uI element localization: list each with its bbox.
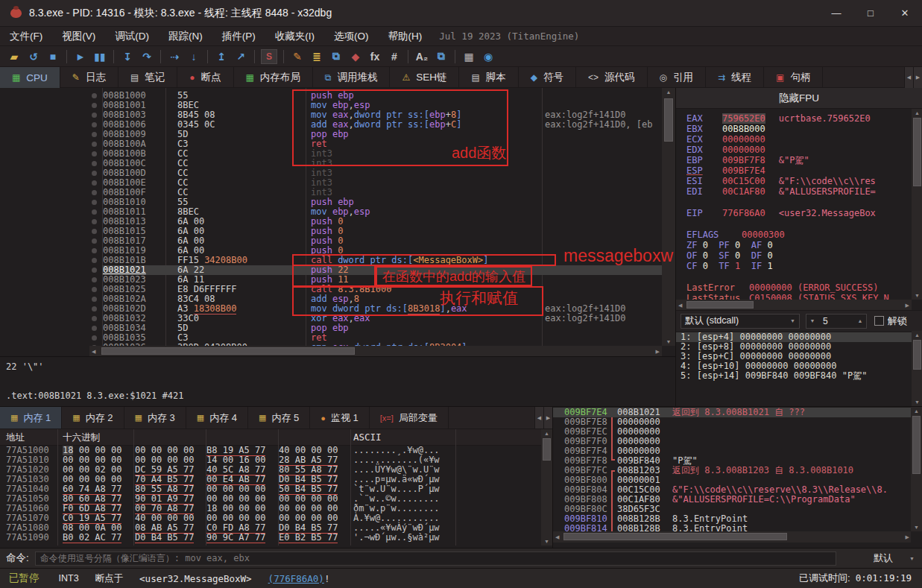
command-profile-select[interactable]: 默认 ▼	[874, 551, 922, 565]
register-value[interactable]: C0150008 (STATUS_SXS_KEY_N	[749, 293, 889, 300]
register-row[interactable]: OF 0 SF 0 DF 0	[686, 250, 912, 261]
menu-item[interactable]: 调试(D)	[105, 31, 159, 42]
calculator-icon[interactable]: ▦	[459, 48, 479, 66]
tab-scroll-right-icon[interactable]: ▶	[913, 67, 922, 88]
register-row[interactable]: LastError00000000 (ERROR_SUCCESS)	[686, 282, 912, 293]
menu-item[interactable]: 帮助(H)	[379, 31, 432, 42]
tab-日志[interactable]: ✎日志	[60, 67, 119, 88]
tab-内存布局[interactable]: ▦内存布局	[234, 67, 313, 88]
stack-vscrollbar[interactable]: ▲ ▼	[911, 407, 922, 531]
tab-CPU[interactable]: ▦CPU	[0, 67, 60, 88]
register-row[interactable]: LastStatusC0150008 (STATUS_SXS_KEY_N	[686, 293, 912, 300]
register-value[interactable]: 00000300	[742, 230, 785, 240]
register-row[interactable]: ESI00C15C00&"F:\\code\\c\\res	[686, 176, 912, 186]
register-value[interactable]: 009BF7F8	[722, 155, 765, 165]
status-address-link[interactable]: (776F86A0)	[268, 573, 324, 584]
tab-内存 1[interactable]: ▦内存 1	[0, 407, 62, 429]
close-button[interactable]: ✕	[888, 0, 922, 27]
breakpoint-dot[interactable]	[92, 180, 97, 186]
open-file-icon[interactable]: ▰	[4, 48, 24, 66]
breakpoint-dot[interactable]	[92, 142, 97, 147]
execute-till-return-icon[interactable]: ↥	[212, 48, 231, 66]
disasm-row[interactable]: 008B10095Dpop ebp	[0, 130, 662, 139]
tab-scroll-left-icon[interactable]: ◀	[904, 67, 913, 88]
strings-icon[interactable]: A₂	[412, 48, 432, 66]
breakpoint-dot[interactable]	[92, 190, 97, 195]
argument-row[interactable]: 5: [esp+14] 009BF840 009BF840 "P駕"	[676, 371, 912, 381]
tab-内存 3[interactable]: ▦内存 3	[124, 407, 186, 429]
calling-convention-select[interactable]: 默认 (stdcall) ▼	[681, 314, 800, 329]
memory-row[interactable]: 77A51090B0 02 AC 77D0 B4 B5 7790 9C A7 7…	[0, 533, 541, 543]
stack-hscrollbar[interactable]: ◀ ▶	[553, 531, 911, 543]
register-value[interactable]: 776F86A0	[722, 208, 765, 218]
breakpoint-dot[interactable]	[92, 306, 97, 312]
tab-引用[interactable]: ◎引用	[648, 67, 706, 88]
registers-vscrollbar[interactable]: ▲ ▼	[912, 109, 922, 300]
register-row[interactable]: ZF 0 PF 0 AF 0	[686, 240, 912, 250]
register-row[interactable]: EDI00C1AF80&"ALLUSERSPROFILE=	[686, 186, 912, 197]
step-into-icon[interactable]: ↧	[118, 48, 137, 66]
maximize-button[interactable]: □	[853, 0, 888, 27]
breakpoint-dot[interactable]	[92, 132, 97, 137]
register-row[interactable]: EBP009BF7F8&"P駕"	[686, 155, 912, 165]
tab-内存 2[interactable]: ▦内存 2	[62, 407, 124, 429]
tab-调用堆栈[interactable]: ⧉调用堆栈	[313, 67, 391, 88]
pause-icon[interactable]: ▮▮	[90, 48, 110, 66]
tab-句柄[interactable]: ▣句柄	[764, 67, 823, 88]
minimize-button[interactable]: —	[819, 0, 853, 27]
labels-icon[interactable]: #	[385, 48, 404, 66]
tab-内存 4[interactable]: ▦内存 4	[186, 407, 248, 429]
register-row[interactable]: EBX00B8B000	[686, 124, 912, 134]
register-value[interactable]: 00C15C00	[722, 176, 765, 186]
breakpoint-dot[interactable]	[92, 219, 97, 224]
comment-icon[interactable]: ≣	[307, 48, 326, 66]
register-row[interactable]: CF 0 TF 1 IF 1	[686, 261, 912, 271]
register-value[interactable]: 00000000 (ERROR_SUCCESS)	[749, 282, 878, 293]
restart-icon[interactable]: ↺	[24, 48, 43, 66]
tab-符号[interactable]: ◆符号	[519, 67, 576, 88]
breakpoint-dot[interactable]	[92, 316, 97, 321]
unlock-checkbox[interactable]	[874, 316, 884, 326]
register-row[interactable]: ECX00000000	[686, 134, 912, 145]
breakpoint-dot[interactable]	[92, 248, 97, 253]
register-row[interactable]: ESP009BF7E4	[686, 165, 912, 176]
tab-局部变量[interactable]: [x=]局部变量	[370, 407, 449, 429]
disassembly-vscrollbar[interactable]: ▲ ▼	[662, 88, 675, 346]
menu-item[interactable]: 文件(F)	[0, 31, 52, 42]
register-value[interactable]: 00C1AF80	[722, 186, 765, 197]
step-over-icon[interactable]: ↷	[137, 48, 157, 66]
breakpoint-dot[interactable]	[92, 151, 97, 157]
trace-over-icon[interactable]: ↓	[184, 48, 203, 66]
attach-window-icon[interactable]: ⧉	[432, 48, 451, 66]
stepper-down-icon[interactable]: ▼	[806, 318, 818, 323]
hide-fpu-button[interactable]: 隐藏FPU	[676, 88, 922, 109]
menu-item[interactable]: 选项(O)	[324, 31, 379, 42]
favourites-icon[interactable]: ⧉	[326, 48, 346, 66]
breakpoint-dot[interactable]	[92, 287, 97, 292]
assemble-icon[interactable]: ✎	[288, 48, 307, 66]
command-input[interactable]	[35, 551, 836, 566]
breakpoint-dot[interactable]	[92, 297, 97, 302]
breakpoint-dot[interactable]	[92, 93, 97, 98]
breakpoint-dot[interactable]	[92, 113, 97, 118]
register-value[interactable]: 00000000	[722, 134, 765, 145]
register-row[interactable]: EIP776F86A0<user32.MessageBox	[686, 208, 912, 218]
register-value[interactable]: 759652E0	[722, 113, 765, 124]
tab-监视 1[interactable]: ●监视 1	[310, 407, 370, 429]
breakpoint-dot[interactable]	[92, 161, 97, 166]
functions-icon[interactable]: fx	[365, 48, 385, 66]
memory-tab-scroll-right-icon[interactable]: ▶	[543, 407, 552, 429]
registers-hscrollbar[interactable]: ◀ ▶	[676, 300, 912, 310]
tab-线程[interactable]: ⇉线程	[706, 67, 764, 88]
register-value[interactable]: 00B8B000	[722, 124, 765, 134]
breakpoint-dot[interactable]	[92, 326, 97, 331]
breakpoint-dot[interactable]	[92, 229, 97, 234]
tab-源代码[interactable]: <>源代码	[576, 67, 648, 88]
stepper-up-icon[interactable]: ▲	[854, 318, 866, 323]
menu-item[interactable]: 插件(P)	[212, 31, 265, 42]
close-debuggee-icon[interactable]: ■	[43, 48, 63, 66]
breakpoint-dot[interactable]	[92, 277, 97, 282]
memory-vscrollbar[interactable]: ▲ ▼	[541, 429, 552, 546]
tab-断点[interactable]: ●断点	[177, 67, 233, 88]
tab-SEH链[interactable]: ⚠SEH链	[390, 67, 459, 88]
